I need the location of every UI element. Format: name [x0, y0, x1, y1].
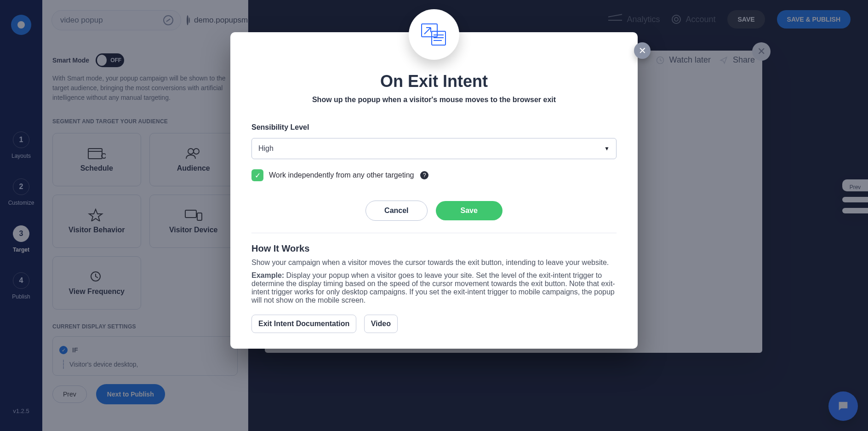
modal-close-button[interactable]: ✕ [634, 42, 651, 59]
chevron-down-icon: ▼ [604, 145, 610, 152]
exit-intent-icon [420, 22, 448, 47]
modal-save-button[interactable]: Save [436, 201, 503, 220]
exit-intent-modal: ✕ On Exit Intent Show up the popup when … [230, 32, 638, 349]
help-icon[interactable]: ? [420, 171, 428, 179]
example-text: Display your popup when a visitor goes t… [251, 271, 615, 304]
exit-intent-badge [409, 9, 459, 60]
sensibility-label: Sensibility Level [251, 123, 617, 132]
modal-actions: Cancel Save [251, 201, 617, 221]
cancel-button[interactable]: Cancel [365, 201, 427, 221]
sensibility-select[interactable]: High ▼ [251, 138, 617, 159]
sensibility-value: High [258, 144, 274, 153]
modal-subtitle: Show up the popup when a visitor's mouse… [251, 96, 617, 104]
close-icon: ✕ [639, 45, 646, 56]
app-root: 1 Layouts 2 Customize 3 Target 4 Publish… [0, 0, 868, 431]
exit-intent-documentation-link[interactable]: Exit Intent Documentation [251, 315, 356, 333]
example-label: Example: [251, 271, 284, 279]
independent-label: Work independently from any other target… [269, 171, 414, 179]
example-paragraph: Example: Display your popup when a visit… [251, 271, 617, 305]
exit-intent-video-link[interactable]: Video [364, 315, 398, 333]
modal-divider [251, 233, 617, 233]
independent-row: ✓ Work independently from any other targ… [251, 169, 617, 181]
modal-title: On Exit Intent [251, 72, 617, 91]
how-paragraph: Show your campaign when a visitor moves … [251, 259, 617, 267]
how-title: How It Works [251, 243, 617, 254]
independent-checkbox[interactable]: ✓ [251, 169, 263, 181]
